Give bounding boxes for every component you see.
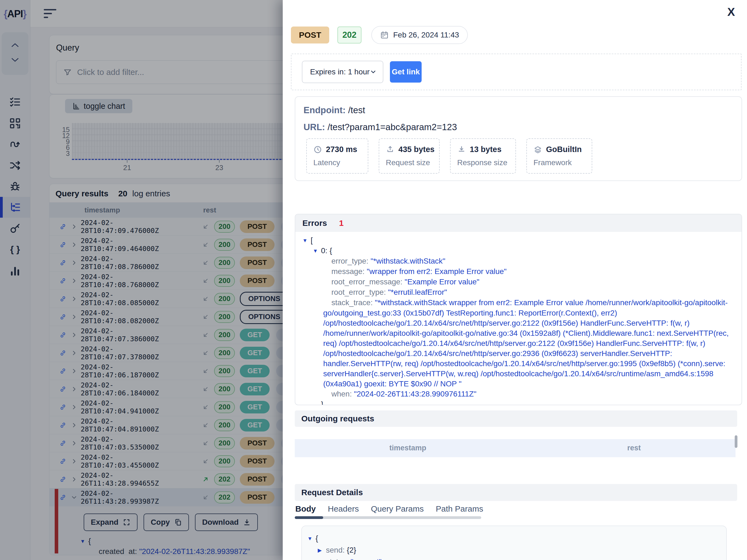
tab-path-params[interactable]: Path Params	[436, 504, 483, 513]
json-value: "*errutil.leafError"	[388, 288, 447, 297]
json-value: "wrapper from err2: Example Error value"	[367, 267, 507, 276]
date-pill[interactable]: Feb 26, 2024 11:43	[371, 26, 468, 44]
outgoing-requests-header: Outgoing requests	[295, 410, 737, 427]
json-value: {2}	[347, 546, 356, 554]
json-value: "*withstack.withStack"	[370, 257, 445, 265]
json-key: error_type:	[331, 257, 370, 265]
request-details-title: Request Details	[301, 488, 363, 497]
metric-label: Latency	[313, 158, 361, 167]
app-root: {API} { } Query Click to add filter... t…	[0, 0, 747, 560]
url-line: URL: /test?param1=abc&param2=123	[304, 122, 457, 132]
errors-card: Errors 1 ▼[▼0: { error_type: "*withstack…	[295, 214, 742, 405]
status-badge: 202	[337, 27, 361, 44]
json-key: stack_trace:	[331, 298, 375, 307]
download-tray-icon	[457, 145, 466, 154]
upload-icon	[386, 145, 394, 154]
json-key: send:	[326, 546, 347, 554]
collapse-triangle-icon[interactable]: ▼	[313, 246, 321, 256]
outgoing-title: Outgoing requests	[301, 414, 374, 423]
expires-select[interactable]: Expires in: 1 hour	[302, 61, 383, 83]
log-detail-panel: X POST 202 Feb 26, 2024 11:43 Expires in…	[283, 0, 747, 560]
url-value: /test?param1=abc&param2=123	[328, 122, 457, 132]
tab-body[interactable]: Body	[295, 504, 316, 513]
metric-value: 13 bytes	[470, 145, 501, 154]
json-key: status:	[326, 558, 351, 560]
endpoint-value: /test	[348, 105, 365, 115]
json-line: ▶send: {2}	[307, 544, 721, 556]
metric-label: Framework	[534, 158, 585, 167]
json-line: error_type: "*withstack.withStack"	[302, 256, 730, 266]
json-value: "request"	[351, 558, 381, 560]
json-line: status: "request"	[307, 556, 721, 560]
layers-icon	[534, 145, 542, 154]
endpoint-label: Endpoint:	[304, 105, 345, 115]
metric-label: Response size	[457, 158, 509, 167]
endpoint-line: Endpoint: /test	[304, 105, 365, 116]
json-punct: {	[315, 534, 318, 542]
json-punct: [	[311, 236, 313, 245]
modal-dim-overlay[interactable]	[0, 0, 283, 560]
metric-value: 435 bytes	[398, 145, 435, 154]
tab-underline-track	[295, 516, 481, 519]
json-punct: 0: {	[321, 246, 332, 255]
json-line: root_error_type: "*errutil.leafError"	[302, 287, 730, 298]
json-value: "Example Error value"	[405, 278, 480, 286]
json-line: message: "wrapper from err2: Example Err…	[302, 266, 730, 277]
date-text: Feb 26, 2024 11:43	[393, 31, 459, 40]
outgoing-column-timestamp: timestamp	[389, 444, 426, 452]
errors-count: 1	[339, 219, 344, 228]
json-value: "*withstack.withStack wrapper from err2:…	[323, 298, 729, 388]
tab-query-params[interactable]: Query Params	[371, 504, 423, 513]
expand-triangle-icon[interactable]: ▶	[318, 545, 326, 556]
metric-card-latency: 2730 msLatency	[306, 138, 368, 174]
active-tab-underline	[295, 516, 323, 519]
tab-headers[interactable]: Headers	[328, 504, 359, 513]
metric-value: 2730 ms	[326, 145, 357, 154]
endpoint-card: Endpoint: /test URL: /test?param1=abc&pa…	[295, 96, 742, 181]
calendar-icon	[380, 31, 389, 40]
close-icon[interactable]: X	[723, 4, 739, 20]
outgoing-table-header: timestamp rest	[295, 439, 736, 457]
json-line: stack_trace: "*withstack.withStack wrapp…	[302, 298, 730, 389]
expires-label: Expires in: 1 hour	[310, 68, 370, 76]
json-line: when: "2024-02-26T11:43:28.990976111Z"	[302, 389, 730, 399]
json-key: message:	[331, 267, 367, 276]
collapse-triangle-icon[interactable]: ▼	[307, 533, 315, 544]
metric-label: Request size	[386, 158, 433, 167]
errors-title: Errors	[302, 219, 327, 228]
collapse-triangle-icon[interactable]: ▼	[302, 235, 311, 246]
json-value: "2024-02-26T11:43:28.990976111Z"	[354, 390, 476, 398]
panel-scrollbar-thumb[interactable]	[735, 435, 738, 448]
json-line: ▼0: {	[302, 246, 730, 256]
metric-card-response-size: 13 bytesResponse size	[450, 138, 516, 174]
json-punct: }	[321, 400, 324, 405]
json-key: root_error_type:	[331, 288, 388, 297]
request-details-header: Request Details	[295, 484, 737, 501]
metric-card-request-size: 435 bytesRequest size	[379, 138, 440, 174]
errors-header: Errors 1	[295, 214, 742, 232]
json-key: when:	[331, 390, 354, 398]
request-body-card: ▼{▶send: {2} status: "request"	[301, 526, 727, 560]
share-link-box: Expires in: 1 hour Get link	[291, 54, 742, 90]
clock-icon	[313, 145, 322, 154]
json-key: root_error_message:	[331, 278, 405, 286]
metric-card-framework: GoBuiltInFramework	[526, 138, 592, 174]
outgoing-column-rest: rest	[627, 444, 641, 452]
json-line: ▼[	[302, 235, 730, 246]
json-line: ▼{	[307, 533, 721, 544]
method-badge: POST	[291, 27, 329, 44]
json-line: }	[302, 399, 730, 405]
chevron-down-icon	[370, 68, 377, 75]
metric-value: GoBuiltIn	[546, 145, 582, 154]
get-link-button[interactable]: Get link	[390, 61, 422, 82]
url-label: URL:	[304, 122, 325, 132]
json-line: root_error_message: "Example Error value…	[302, 277, 730, 287]
